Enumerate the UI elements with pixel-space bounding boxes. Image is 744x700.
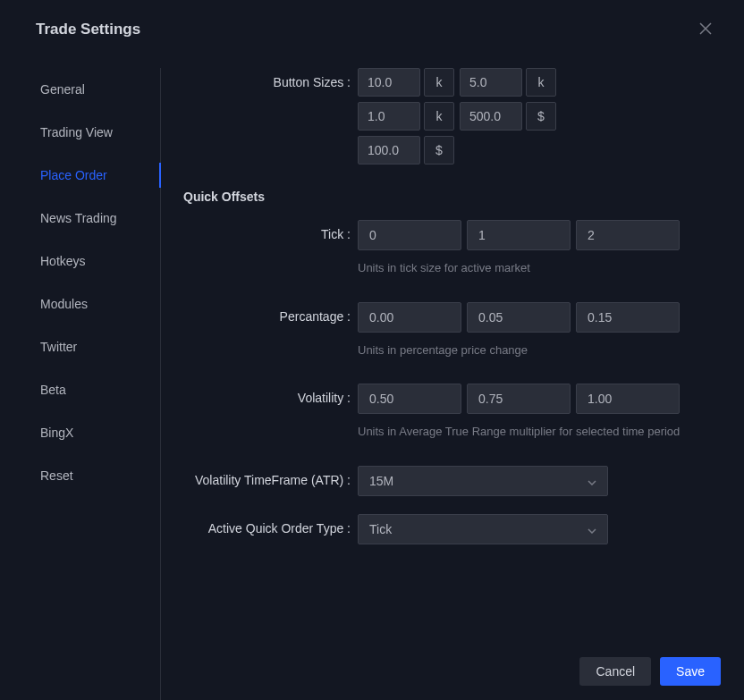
percentage-label: Percantage : bbox=[183, 302, 358, 324]
chevron-down-icon bbox=[588, 522, 596, 536]
percentage-hint: Units in percentage price change bbox=[358, 342, 713, 359]
sidebar-item-place-order[interactable]: Place Order bbox=[40, 154, 152, 197]
button-size-value-4[interactable] bbox=[358, 136, 420, 164]
button-size-value-3[interactable] bbox=[460, 102, 522, 131]
tick-input-1[interactable] bbox=[467, 220, 571, 250]
active-quick-order-type-row: Active Quick Order Type : Tick bbox=[183, 514, 713, 544]
button-size-pair: k bbox=[358, 102, 454, 131]
volatility-hint: Units in Average True Range multiplier f… bbox=[358, 423, 713, 441]
percentage-input-2[interactable] bbox=[576, 302, 680, 333]
button-size-pair: $ bbox=[358, 136, 454, 164]
button-size-pair: k bbox=[460, 68, 556, 97]
sidebar-item-trading-view[interactable]: Trading View bbox=[40, 111, 152, 154]
percentage-input-0[interactable] bbox=[358, 302, 461, 333]
sidebar-item-general[interactable]: General bbox=[40, 68, 152, 111]
sidebar-item-modules[interactable]: Modules bbox=[40, 283, 152, 325]
active-quick-order-type-select[interactable]: Tick bbox=[358, 514, 608, 544]
sidebar-item-reset[interactable]: Reset bbox=[40, 454, 152, 497]
button-size-value-2[interactable] bbox=[358, 102, 420, 131]
tick-input-0[interactable] bbox=[358, 220, 461, 250]
volatility-timeframe-label: Volatility TimeFrame (ATR) : bbox=[183, 466, 358, 487]
active-quick-order-type-value: Tick bbox=[369, 522, 392, 536]
cancel-button[interactable]: Cancel bbox=[579, 657, 651, 686]
button-size-value-0[interactable] bbox=[358, 68, 420, 97]
volatility-row: Volatility : Units in Average True Range… bbox=[183, 384, 713, 441]
button-size-unit-4[interactable]: $ bbox=[424, 136, 454, 164]
tick-label: Tick : bbox=[183, 220, 358, 241]
quick-offsets-title: Quick Offsets bbox=[183, 190, 713, 204]
button-size-pair: k bbox=[358, 68, 454, 97]
dialog-body: General Trading View Place Order News Tr… bbox=[0, 59, 744, 627]
volatility-label: Volatility : bbox=[183, 384, 358, 405]
sidebar-item-bingx[interactable]: BingX bbox=[40, 411, 152, 454]
button-size-unit-0[interactable]: k bbox=[424, 68, 454, 97]
button-size-unit-1[interactable]: k bbox=[526, 68, 556, 97]
button-size-value-1[interactable] bbox=[460, 68, 522, 97]
volatility-input-2[interactable] bbox=[576, 384, 680, 414]
tick-input-2[interactable] bbox=[576, 220, 680, 250]
button-sizes-label: Button Sizes : bbox=[183, 68, 358, 89]
dialog-header: Trade Settings bbox=[0, 0, 744, 59]
button-sizes-row: Button Sizes : k k k bbox=[183, 68, 713, 164]
dialog-title: Trade Settings bbox=[36, 21, 140, 38]
volatility-timeframe-select[interactable]: 15M bbox=[358, 466, 608, 496]
button-size-pair: $ bbox=[460, 102, 556, 131]
sidebar-item-news-trading[interactable]: News Trading bbox=[40, 197, 152, 240]
sidebar-item-beta[interactable]: Beta bbox=[40, 368, 152, 411]
tick-row: Tick : Units in tick size for active mar… bbox=[183, 220, 713, 277]
volatility-input-0[interactable] bbox=[358, 384, 461, 414]
volatility-timeframe-row: Volatility TimeFrame (ATR) : 15M bbox=[183, 466, 713, 496]
percentage-row: Percantage : Units in percentage price c… bbox=[183, 302, 713, 359]
tick-hint: Units in tick size for active market bbox=[358, 259, 713, 277]
volatility-input-1[interactable] bbox=[467, 384, 571, 414]
close-icon[interactable] bbox=[694, 16, 717, 43]
chevron-down-icon bbox=[588, 474, 596, 488]
sidebar-item-hotkeys[interactable]: Hotkeys bbox=[40, 240, 152, 283]
active-quick-order-type-label: Active Quick Order Type : bbox=[183, 514, 358, 536]
button-size-unit-2[interactable]: k bbox=[424, 102, 454, 131]
dialog-footer: Cancel Save bbox=[579, 657, 721, 686]
sidebar: General Trading View Place Order News Tr… bbox=[9, 68, 156, 627]
button-sizes-grid: k k k $ bbox=[358, 68, 577, 164]
volatility-timeframe-value: 15M bbox=[369, 474, 393, 488]
button-size-unit-3[interactable]: $ bbox=[526, 102, 556, 131]
trade-settings-dialog: Trade Settings General Trading View Plac… bbox=[0, 0, 744, 700]
sidebar-item-twitter[interactable]: Twitter bbox=[40, 325, 152, 368]
content-panel: Button Sizes : k k k bbox=[156, 68, 722, 627]
save-button[interactable]: Save bbox=[660, 657, 721, 686]
percentage-input-1[interactable] bbox=[467, 302, 571, 333]
